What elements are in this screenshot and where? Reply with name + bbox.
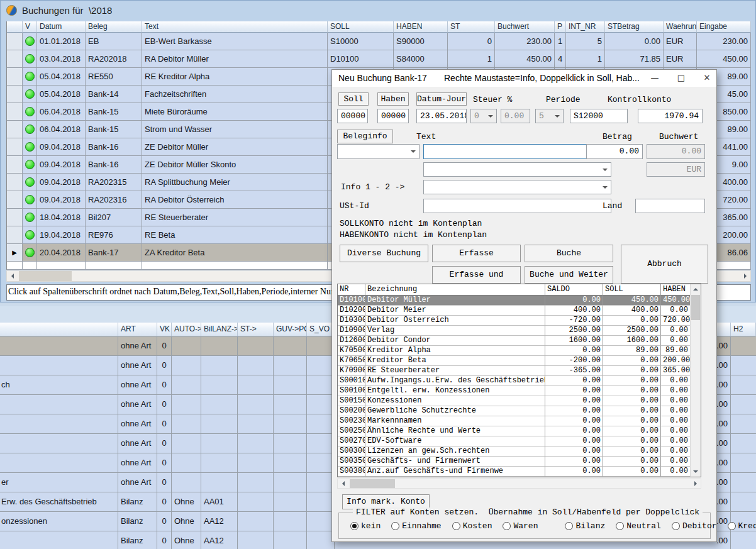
bg-col-header-AUTO->[interactable]: AUTO-> xyxy=(172,323,201,336)
col-header-selector[interactable] xyxy=(7,21,23,33)
filter-option-Waren[interactable]: Waren xyxy=(503,521,538,531)
konto-row[interactable]: D12600Debitor Condor1600.001600.000.00 xyxy=(338,336,701,346)
info2-dropdown[interactable] xyxy=(423,180,611,194)
konto-row[interactable]: S00250Ähnliche Rechte und Werte0.000.000… xyxy=(338,426,701,436)
col-header-HABEN[interactable]: HABEN xyxy=(394,21,448,33)
row-selector[interactable] xyxy=(7,86,23,103)
datum-field[interactable]: 23.05.2018 xyxy=(416,109,467,123)
konto-row[interactable]: K70900RE Steuerberater-365.000.00365.00 xyxy=(338,366,701,376)
scroll-right-icon[interactable] xyxy=(690,479,701,489)
buche-und-weiter-button[interactable]: Buche und Weiter xyxy=(525,266,613,284)
col-header-STBetrag[interactable]: STBetrag xyxy=(605,21,664,33)
row-selector[interactable] xyxy=(7,50,23,68)
info1-dropdown[interactable] xyxy=(423,162,611,177)
filter-option-Kreditor[interactable]: Kreditor xyxy=(728,521,756,531)
soll-button[interactable]: Soll xyxy=(338,92,369,106)
konto-row[interactable]: D10300Debitor Österreich-720.000.00720.0… xyxy=(338,316,701,326)
konto-col-header-NR[interactable]: NR xyxy=(338,284,365,296)
konto-row[interactable]: D10200Debitor Meier400.00400.000.00 xyxy=(338,306,701,316)
row-selector[interactable] xyxy=(7,174,23,191)
datum-jour-button[interactable]: Datum-Jour xyxy=(416,92,467,106)
maximize-icon[interactable]: □ xyxy=(675,72,687,84)
bg-col-header-BilLANZ->[interactable]: BilLANZ-> xyxy=(201,323,238,336)
text-combobox[interactable] xyxy=(423,144,611,159)
abbruch-button[interactable]: Abbruch xyxy=(621,245,708,284)
bg-col-header-S_VO[interactable]: S_VO xyxy=(307,323,335,336)
scrollbar-thumb[interactable] xyxy=(19,271,72,281)
konto-row[interactable]: K70650Kreditor Beta-200.000.00200.00 xyxy=(338,356,701,366)
bg-col-header-H2[interactable]: H2 xyxy=(731,323,756,336)
erfasse-button[interactable]: Erfasse xyxy=(432,245,521,262)
kontrollkonto-field[interactable]: S12000 xyxy=(570,109,628,123)
steuer-code-dropdown[interactable]: 0 xyxy=(470,109,497,123)
row-selector[interactable] xyxy=(7,226,23,244)
konto-col-header-Bezeichnung[interactable]: Bezeichnung xyxy=(365,284,545,296)
betrag-field[interactable]: 0.00 xyxy=(586,144,643,159)
row-selector[interactable] xyxy=(7,191,23,209)
filter-option-Debitor[interactable]: Debitor xyxy=(672,521,717,531)
konto-row[interactable]: S00300Lizenzen an gew.Sch.rechten0.000.0… xyxy=(338,446,701,457)
bg-col-header-ST->[interactable]: ST-> xyxy=(238,323,274,336)
row-selector[interactable]: ▶ xyxy=(7,244,23,262)
scroll-down-icon[interactable] xyxy=(691,467,701,477)
scroll-left-icon[interactable] xyxy=(338,479,348,489)
konto-row[interactable]: K70500Kreditor Alpha0.0089.0089.00 xyxy=(338,346,701,356)
radio-icon[interactable] xyxy=(672,522,680,530)
buche-button[interactable]: Buche xyxy=(525,245,613,262)
col-header-Datum[interactable]: Datum xyxy=(37,21,86,33)
radio-icon[interactable] xyxy=(728,522,736,530)
bookings-titlebar[interactable]: Buchungen für \2018 xyxy=(1,1,755,19)
konto-row[interactable]: D10100Debitor Müller0.00450.00450.00 xyxy=(338,296,701,306)
close-icon[interactable]: ✕ xyxy=(701,72,713,84)
col-header-Beleg[interactable]: Beleg xyxy=(86,21,142,33)
konto-col-header-SOLL[interactable]: SOLL xyxy=(603,284,661,296)
filter-option-Einnahme[interactable]: Einnahme xyxy=(391,521,441,531)
land-field[interactable] xyxy=(635,199,705,213)
row-selector[interactable] xyxy=(7,121,23,138)
col-header-INT_NR[interactable]: INT_NR xyxy=(566,21,605,33)
row-selector[interactable] xyxy=(7,68,23,86)
scroll-up-icon[interactable] xyxy=(691,284,701,294)
bg-col-header[interactable] xyxy=(0,323,118,336)
erfasse-und-weiter-button[interactable]: Erfasse und Weiter xyxy=(432,266,521,284)
booking-row[interactable]: 01.01.2018EBEB-Wert BarkasseS10000S90000… xyxy=(7,33,751,50)
row-selector[interactable] xyxy=(7,156,23,174)
konto-row[interactable]: S00380Anz.auf Geschäfts-und Firmenwe0.00… xyxy=(338,467,701,477)
row-selector[interactable] xyxy=(7,33,23,50)
bg-col-header-GUV->POS[interactable]: GUV->POS xyxy=(274,323,307,336)
scroll-left-icon[interactable] xyxy=(7,271,18,281)
haben-button[interactable]: Haben xyxy=(377,92,409,106)
radio-icon[interactable] xyxy=(350,522,359,530)
konto-row[interactable]: S00200Gewerbliche Schutzrechte0.000.000.… xyxy=(338,406,701,416)
radio-icon[interactable] xyxy=(616,522,624,530)
col-header-SOLL[interactable]: SOLL xyxy=(328,21,394,33)
row-selector[interactable] xyxy=(7,103,23,121)
konto-row[interactable]: S00230Markennnamen0.000.000.00 xyxy=(338,416,701,426)
diverse-buchung-button[interactable]: Diverse Buchung xyxy=(340,245,428,262)
scrollbar-thumb[interactable] xyxy=(350,479,395,488)
col-header-ST[interactable]: ST xyxy=(448,21,495,33)
konto-row[interactable]: S00010Aufw.Ingangs.u.Erw. des Geschäftsb… xyxy=(338,376,701,386)
filter-option-Neutral[interactable]: Neutral xyxy=(616,521,661,531)
col-header-P[interactable]: P xyxy=(555,21,566,33)
radio-icon[interactable] xyxy=(503,522,511,530)
row-selector[interactable] xyxy=(7,138,23,156)
col-header-Text[interactable]: Text xyxy=(142,21,328,33)
konto-row[interactable]: S00350Geschäfts- und Firmenwert0.000.000… xyxy=(338,457,701,467)
beleginfo-button[interactable]: Beleginfo xyxy=(337,130,393,143)
filter-option-kein[interactable]: kein xyxy=(350,521,381,531)
konto-col-header-SALDO[interactable]: SALDO xyxy=(545,284,603,296)
kontenplan-hscrollbar[interactable] xyxy=(337,479,701,489)
ustid-field[interactable] xyxy=(423,199,611,213)
periode-dropdown[interactable]: 5 xyxy=(535,109,564,123)
kontrollkonto-saldo-field[interactable]: 1970.94 xyxy=(638,109,703,123)
konto-row[interactable]: S00270EDV-Software0.000.000.00 xyxy=(338,436,701,446)
filter-option-Bilanz[interactable]: Bilanz xyxy=(565,521,605,531)
konto-row[interactable]: D10900Verlag2500.002500.000.00 xyxy=(338,326,701,336)
konto-row[interactable]: S00100Entgeltl. erw. Konzessionen0.000.0… xyxy=(338,386,701,396)
minimize-icon[interactable]: — xyxy=(648,72,661,84)
konto-row[interactable]: S00150Konzessionen0.000.000.00 xyxy=(338,396,701,406)
filter-option-Kosten[interactable]: Kosten xyxy=(452,521,492,531)
dialog-titlebar[interactable]: Neu Buchung Bank-17 Rechte Maustaste=Inf… xyxy=(332,70,716,87)
col-header-V[interactable]: V xyxy=(23,21,37,33)
